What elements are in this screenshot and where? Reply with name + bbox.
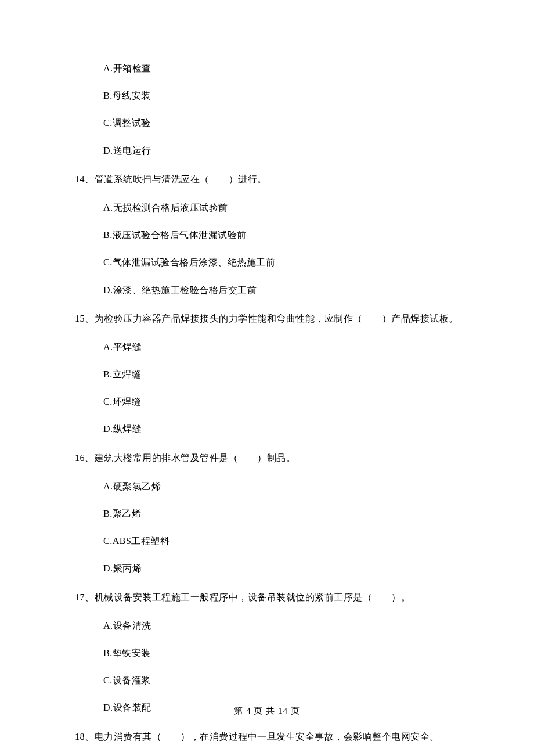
option-label: A.设备清洗: [0, 620, 534, 631]
option-label: B.母线安装: [0, 90, 534, 101]
option-label: C.设备灌浆: [0, 675, 534, 686]
prev-question-options: A.开箱检查 B.母线安装 C.调整试验 D.送电运行: [0, 63, 534, 156]
question-18: 18、电力消费有其（ ），在消费过程中一旦发生安全事故，会影响整个电网安全。: [0, 731, 534, 742]
option-label: B.立焊缝: [0, 369, 534, 380]
question-stem: 18、电力消费有其（ ），在消费过程中一旦发生安全事故，会影响整个电网安全。: [0, 731, 534, 742]
question-16: 16、建筑大楼常用的排水管及管件是（ ）制品。 A.硬聚氯乙烯 B.聚乙烯 C.…: [0, 452, 534, 574]
question-stem: 15、为检验压力容器产品焊接接头的力学性能和弯曲性能，应制作（ ）产品焊接试板。: [0, 313, 534, 324]
page: A.开箱检查 B.母线安装 C.调整试验 D.送电运行 14、管道系统吹扫与清洗…: [0, 0, 534, 756]
option-label: B.液压试验合格后气体泄漏试验前: [0, 229, 534, 240]
option-label: A.开箱检查: [0, 63, 534, 74]
option-label: C.气体泄漏试验合格后涂漆、绝热施工前: [0, 257, 534, 268]
option-label: B.垫铁安装: [0, 647, 534, 658]
option-label: C.调整试验: [0, 117, 534, 128]
option-label: D.纵焊缝: [0, 423, 534, 434]
option-label: A.硬聚氯乙烯: [0, 481, 534, 492]
option-label: D.聚丙烯: [0, 563, 534, 574]
question-stem: 14、管道系统吹扫与清洗应在（ ）进行。: [0, 174, 534, 185]
question-stem: 17、机械设备安装工程施工一般程序中，设备吊装就位的紧前工序是（ ）。: [0, 592, 534, 603]
option-label: C.ABS工程塑料: [0, 535, 534, 546]
option-label: B.聚乙烯: [0, 508, 534, 519]
question-14: 14、管道系统吹扫与清洗应在（ ）进行。 A.无损检测合格后液压试验前 B.液压…: [0, 174, 534, 296]
question-stem: 16、建筑大楼常用的排水管及管件是（ ）制品。: [0, 452, 534, 463]
option-label: C.环焊缝: [0, 396, 534, 407]
option-label: D.涂漆、绝热施工检验合格后交工前: [0, 285, 534, 296]
option-label: A.平焊缝: [0, 341, 534, 352]
question-17: 17、机械设备安装工程施工一般程序中，设备吊装就位的紧前工序是（ ）。 A.设备…: [0, 592, 534, 714]
option-label: A.无损检测合格后液压试验前: [0, 202, 534, 213]
option-label: D.送电运行: [0, 145, 534, 156]
question-15: 15、为检验压力容器产品焊接接头的力学性能和弯曲性能，应制作（ ）产品焊接试板。…: [0, 313, 534, 435]
page-footer: 第 4 页 共 14 页: [0, 705, 534, 717]
